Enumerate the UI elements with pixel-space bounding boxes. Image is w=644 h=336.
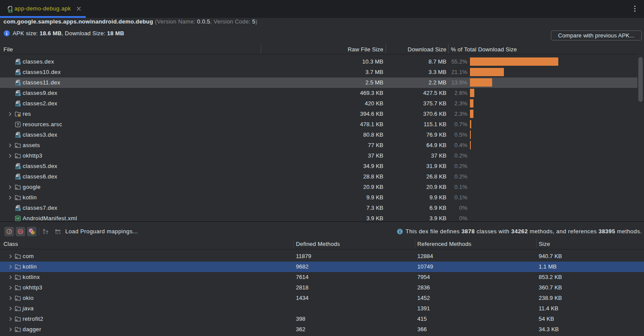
file-row-kotlin[interactable]: kotlin9.9 KB9.9 KB0.1% [0, 192, 637, 203]
defined-methods: 362 [296, 324, 305, 335]
referenced-methods: 12884 [417, 251, 433, 262]
class-name: java [23, 303, 34, 314]
class-row-retrofit2[interactable]: retrofit239841554 KB [0, 314, 644, 324]
file-table-body: classes.dex10.3 MB8.7 MB55.2%classes10.d… [0, 57, 644, 221]
chevron-right-icon[interactable] [7, 152, 13, 159]
column-header-pct-of-total[interactable]: % of Total Download Size [451, 44, 517, 54]
dex-icon [14, 173, 21, 180]
package-folder-icon [14, 284, 21, 291]
chevron-right-icon[interactable] [7, 316, 14, 323]
dex-icon [14, 163, 21, 170]
class-size: 1.1 MB [539, 262, 557, 272]
column-separator [536, 239, 537, 249]
class-table-body: com1187912884940.7 KBkotlin9682107491.1 … [0, 251, 644, 336]
vertical-scrollbar-thumb[interactable] [638, 57, 643, 102]
file-row-classes11.dex[interactable]: classes11.dex2.5 MB2.2 MB13.9% [0, 77, 637, 88]
referenced-methods: 1391 [417, 303, 430, 314]
chevron-right-icon[interactable] [7, 111, 13, 118]
raw-file-size: 469.3 KB [261, 88, 383, 98]
class-name: kotlinx [23, 272, 40, 282]
class-name: dagger [23, 324, 41, 335]
download-size: 427.5 KB [386, 88, 446, 98]
download-pct-bar [470, 68, 504, 76]
file-row-classes7.dex[interactable]: classes7.dex7.3 KB6.9 KB0% [0, 203, 637, 213]
file-row-assets[interactable]: assets77 KB64.9 KB0.4% [0, 140, 637, 151]
column-separator [293, 239, 294, 249]
class-row-okio[interactable]: okio14341452238.9 KB [0, 293, 644, 303]
class-size: 238.9 KB [539, 293, 562, 303]
column-header-raw-file-size[interactable]: Raw File Size [261, 44, 383, 54]
chevron-right-icon[interactable] [7, 253, 14, 260]
file-name: classes5.dex [23, 161, 57, 171]
file-table-header[interactable]: File Raw File Size Download Size % of To… [0, 44, 637, 54]
chevron-right-icon[interactable] [7, 284, 14, 291]
chevron-right-icon[interactable] [7, 274, 14, 281]
show-methods-toggle[interactable]: m [16, 227, 25, 236]
class-table-header[interactable]: Class Defined Methods Referenced Methods… [0, 239, 644, 249]
show-fields-toggle[interactable]: f [4, 227, 14, 236]
defined-classes-count: 3878 [461, 228, 475, 235]
file-row-classes5.dex[interactable]: classes5.dex34.9 KB31.9 KB0.2% [0, 161, 637, 171]
column-header-defined-methods[interactable]: Defined Methods [296, 239, 340, 249]
chevron-right-icon[interactable] [7, 295, 14, 302]
download-pct-bar [470, 141, 471, 149]
column-header-class[interactable]: Class [3, 239, 18, 249]
folder-icon [14, 152, 21, 159]
chevron-right-icon[interactable] [7, 326, 14, 333]
class-row-dagger[interactable]: dagger36236634.3 KB [0, 324, 644, 335]
file-row-classes2.dex[interactable]: classes2.dex420 KB375.7 KB2.3% [0, 98, 637, 109]
file-row-classes6.dex[interactable]: classes6.dex28.8 KB26.8 KB0.2% [0, 171, 637, 182]
file-name: classes10.dex [23, 67, 61, 77]
file-row-classes3.dex[interactable]: classes3.dex80.8 KB76.9 KB0.5% [0, 130, 637, 140]
column-header-download-size[interactable]: Download Size [386, 44, 446, 54]
show-referenced-nodes-toggle[interactable]: m f [27, 227, 37, 236]
defined-methods-count: 34262 [511, 228, 528, 235]
sort-by-defined-methods-icon[interactable] [42, 228, 49, 235]
version-code: 5 [252, 18, 255, 25]
chevron-right-icon[interactable] [7, 142, 13, 149]
class-name: kotlin [23, 262, 37, 272]
download-size: 115.1 KB [386, 119, 446, 130]
file-name: classes.dex [23, 57, 54, 67]
defined-methods: 11879 [296, 251, 311, 262]
download-size: 3.9 KB [386, 213, 446, 221]
file-name: assets [23, 140, 40, 151]
dex-info-icon [397, 228, 403, 235]
download-pct-bar [470, 120, 471, 128]
dex-icon [14, 58, 21, 65]
class-row-java[interactable]: java139111.4 KB [0, 303, 644, 314]
column-header-size[interactable]: Size [539, 239, 550, 249]
class-row-kotlin[interactable]: kotlin9682107491.1 MB [0, 262, 644, 272]
file-row-AndroidManifest.xml[interactable]: MAndroidManifest.xml3.9 KB3.9 KB0% [0, 213, 637, 221]
class-row-kotlinx[interactable]: kotlinx76147954853.2 KB [0, 272, 644, 282]
class-row-okhttp3[interactable]: okhttp328182836360.7 KB [0, 282, 644, 293]
class-row-com[interactable]: com1187912884940.7 KB [0, 251, 644, 262]
raw-file-size: 394.6 KB [261, 109, 383, 119]
compare-with-previous-apk-button[interactable]: Compare with previous APK... [551, 30, 642, 40]
file-row-okhttp3[interactable]: okhttp337 KB37 KB0.2% [0, 151, 637, 161]
chevron-right-icon[interactable] [7, 263, 14, 270]
file-name: resources.arsc [23, 119, 62, 130]
folder-res-icon [14, 111, 21, 118]
column-header-file[interactable]: File [3, 44, 13, 54]
column-header-referenced-methods[interactable]: Referenced Methods [417, 239, 471, 249]
show-qualified-names-icon[interactable]: a.b [54, 228, 61, 235]
package-info-line: com.google.samples.apps.nowinandroid.dem… [3, 17, 258, 26]
file-row-google[interactable]: google20.9 KB20.9 KB0.1% [0, 182, 637, 192]
package-folder-icon [14, 295, 21, 302]
tab-close-icon[interactable] [76, 6, 82, 12]
chevron-right-icon[interactable] [7, 305, 14, 312]
chevron-right-icon[interactable] [7, 184, 13, 191]
download-size: 9.9 KB [386, 192, 446, 203]
download-pct-bar [470, 110, 473, 118]
file-row-classes.dex[interactable]: classes.dex10.3 MB8.7 MB55.2% [0, 57, 637, 67]
tab-app-demo-debug-apk[interactable]: app-demo-debug.apk [0, 0, 86, 18]
file-name: classes7.dex [23, 203, 57, 213]
more-options-icon[interactable] [631, 5, 638, 13]
file-row-res[interactable]: res394.6 KB370.6 KB2.3% [0, 109, 637, 119]
folder-icon [14, 184, 21, 191]
chevron-right-icon[interactable] [7, 194, 13, 201]
file-row-resources.arsc[interactable]: ?resources.arsc478.1 KB115.1 KB0.7% [0, 119, 637, 130]
file-row-classes10.dex[interactable]: classes10.dex3.7 MB3.3 MB21.1% [0, 67, 637, 77]
file-row-classes9.dex[interactable]: classes9.dex469.3 KB427.5 KB2.6% [0, 88, 637, 98]
